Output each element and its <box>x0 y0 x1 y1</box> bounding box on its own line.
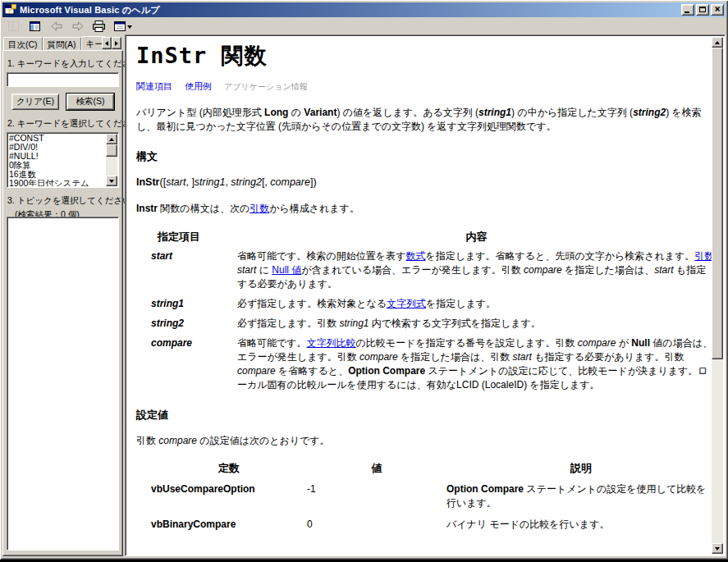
inline-link[interactable]: 文字列式 <box>387 298 426 309</box>
clear-button[interactable]: クリア(E) <box>11 94 59 110</box>
text-segment: ]) <box>310 176 317 188</box>
text-segment: compare <box>270 176 310 188</box>
tab-scroll-left-button[interactable] <box>102 37 112 49</box>
forward-button[interactable] <box>70 19 86 34</box>
text-segment: compare <box>524 264 562 276</box>
argument-name: start <box>151 249 237 291</box>
close-button[interactable]: × <box>711 4 724 16</box>
keyword-listbox: #CONST #DIV/0! #NULL! 0除算 16進数 1900年日付シス… <box>7 132 119 188</box>
topic-listbox[interactable] <box>7 217 119 551</box>
topic-content: InStr 関数 関連項目 使用例 アプリケーション情報 バリアント型 (内部処… <box>127 37 712 554</box>
settings-header-constant: 定数 <box>151 461 307 475</box>
topic-link[interactable]: アプリケーション情報 <box>224 80 308 94</box>
scroll-thumb[interactable] <box>106 144 117 157</box>
text-segment: InStr <box>136 176 159 188</box>
maximize-icon <box>699 7 706 12</box>
text-segment: Variant <box>304 107 337 118</box>
topic-content-pane: InStr 関数 関連項目 使用例 アプリケーション情報 バリアント型 (内部処… <box>125 34 726 556</box>
text-segment: 引数 <box>136 435 158 446</box>
navigation-pane: 目次(C) 質問(A) キー 1. キーワードを入力してください(T) クリア(… <box>2 36 123 556</box>
up-triangle-icon <box>109 138 114 141</box>
tab-scroll-right-button[interactable] <box>112 37 121 49</box>
back-button[interactable] <box>48 19 65 34</box>
keyword-select-label: 2. キーワードを選択してください(K) <box>7 118 119 130</box>
options-icon <box>113 20 133 33</box>
setting-constant: vbUseCompareOption <box>151 482 307 510</box>
text-segment: Long <box>264 107 288 118</box>
text-segment: ) の中から指定した文字列 ( <box>511 107 633 118</box>
setting-description: Option Compare ステートメントの設定を使用して比較を行います。 <box>446 482 712 510</box>
up-triangle-icon <box>715 41 720 44</box>
setting-value: -1 <box>307 482 446 510</box>
print-button[interactable] <box>91 19 108 34</box>
keyword-tab-page: 1. キーワードを入力してください(T) クリア(E) 検索(S) 2. キーワ… <box>2 50 123 556</box>
nav-tab[interactable]: 目次(C) <box>3 37 43 51</box>
keyword-list-scrollbar[interactable] <box>106 134 117 186</box>
argument-description: 省略可能です。文字列比較の比較モードを指定する番号を設定します。引数 compa… <box>237 336 712 392</box>
setting-description: バイナリ モードの比較を行います。 <box>446 518 712 532</box>
options-button[interactable] <box>112 19 134 34</box>
minimize-button[interactable] <box>681 4 694 16</box>
keyword-item[interactable]: 1900年日付システム <box>8 179 106 186</box>
argument-description: 必ず指定します。引数 string1 内で検索する文字列式を指定します。 <box>237 317 712 331</box>
content-scrollbar[interactable] <box>712 37 723 554</box>
close-icon: × <box>712 3 723 15</box>
text-segment: start <box>237 264 256 276</box>
window-title: Microsoft Visual Basic のヘルプ <box>20 4 160 16</box>
content-scroll-down-button[interactable] <box>712 543 723 554</box>
text-segment: に <box>256 264 272 276</box>
syntax-description: Instr 関数の構文は、次の引数から構成されます。 <box>136 202 708 216</box>
inline-link[interactable]: 引数 <box>694 250 712 262</box>
scroll-down-button[interactable] <box>106 176 117 186</box>
right-triangle-icon <box>115 41 118 46</box>
inline-link[interactable]: 引数 <box>250 203 269 214</box>
help-app-icon: ? <box>5 4 16 16</box>
text-segment: が <box>616 337 631 349</box>
text-segment: string2 <box>633 107 666 118</box>
keyword-entry-label: 1. キーワードを入力してください(T) <box>7 58 119 70</box>
left-triangle-icon <box>105 41 108 46</box>
nav-tab[interactable]: 質問(A) <box>43 37 81 51</box>
text-segment: を省略すると、 <box>276 365 348 377</box>
toolbar <box>2 17 726 34</box>
scroll-up-button[interactable] <box>106 134 117 144</box>
text-segment: の設定値は次のとおりです。 <box>197 435 330 446</box>
text-segment: string2 <box>231 176 262 188</box>
inline-link[interactable]: 文字列比較 <box>307 337 356 349</box>
setting-value: 0 <box>307 518 446 532</box>
inline-link[interactable]: Null 値 <box>272 264 301 276</box>
hide-panel-icon <box>29 20 42 33</box>
text-segment: compare <box>359 351 398 363</box>
keyword-input[interactable] <box>7 72 119 87</box>
topic-link[interactable]: 関連項目 <box>136 80 172 94</box>
text-segment: compare <box>158 435 197 446</box>
args-header-term: 指定項目 <box>151 230 237 244</box>
argument-name: string1 <box>151 297 237 311</box>
content-scroll-up-button[interactable] <box>712 37 723 48</box>
auto-tile-button[interactable] <box>6 19 22 34</box>
text-segment: start <box>166 176 185 188</box>
content-scroll-thumb[interactable] <box>712 48 723 359</box>
argument-name: compare <box>151 336 237 392</box>
hide-panel-button[interactable] <box>27 19 43 34</box>
text-segment: 省略可能です。 <box>237 337 307 349</box>
maximize-button[interactable] <box>696 4 709 16</box>
search-button[interactable]: 検索(S) <box>66 94 114 110</box>
minimize-icon <box>685 11 689 13</box>
text-segment: バイナリ モードの比較を行います。 <box>446 519 609 530</box>
title-bar[interactable]: ? Microsoft Visual Basic のヘルプ × <box>2 2 726 17</box>
text-segment: 関数の構文は、次の <box>158 203 250 214</box>
arguments-table: 指定項目 内容 start 省略可能です。検索の開始位置を表す数式を指定します。… <box>151 230 708 392</box>
text-segment: も指定する必要があります。引数 <box>532 351 685 363</box>
text-segment: compare <box>578 337 616 349</box>
text-segment: の <box>288 107 304 118</box>
text-segment: 必ず指定します。引数 <box>237 318 339 329</box>
topic-link[interactable]: 使用例 <box>185 80 212 94</box>
inline-link[interactable]: 数式 <box>405 250 425 262</box>
text-segment: が含まれている場合、エラーが発生します。引数 <box>301 264 524 276</box>
settings-table: 定数 値 説明 vbUseCompareOption -1 Option Com… <box>151 461 708 532</box>
print-icon <box>92 20 107 33</box>
text-segment: バリアント型 (内部処理形式 <box>136 107 264 118</box>
down-triangle-icon <box>109 180 114 183</box>
text-segment: ) の値を返します。ある文字列 ( <box>337 107 478 118</box>
